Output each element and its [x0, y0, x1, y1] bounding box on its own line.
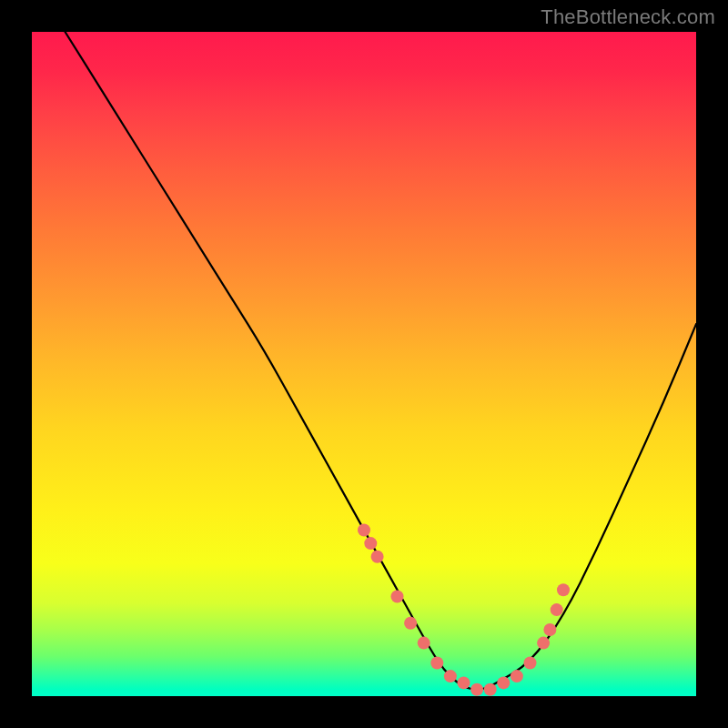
marker-point	[458, 676, 470, 689]
chart-svg	[32, 32, 696, 696]
marker-point	[537, 637, 550, 650]
chart-frame: TheBottleneck.com	[0, 0, 728, 728]
marker-point	[543, 623, 556, 636]
marker-point	[418, 637, 430, 650]
bottleneck-curve	[66, 32, 697, 690]
marker-point	[404, 617, 417, 630]
marker-point	[497, 676, 510, 689]
marker-point	[444, 670, 457, 682]
marker-point	[524, 657, 537, 670]
marker-point	[511, 670, 523, 682]
marker-point	[364, 537, 377, 550]
highlight-markers	[358, 524, 570, 696]
plot-area	[32, 32, 696, 696]
marker-point	[430, 657, 443, 670]
marker-point	[391, 591, 404, 603]
marker-point	[470, 683, 483, 696]
marker-point	[551, 603, 563, 616]
marker-point	[358, 524, 370, 537]
marker-point	[371, 551, 384, 563]
watermark-text: TheBottleneck.com	[541, 5, 715, 29]
marker-point	[484, 683, 497, 696]
marker-point	[557, 583, 570, 596]
